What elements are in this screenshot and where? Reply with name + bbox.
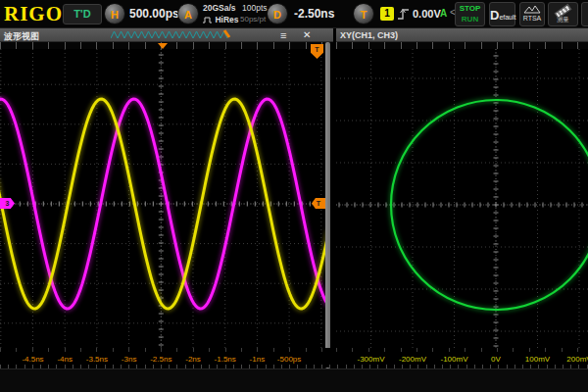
xy-view-header: XY(CH1, CH3): [336, 28, 588, 42]
run-label: RUN: [456, 15, 484, 24]
panel-menu-icon[interactable]: ≡: [280, 29, 286, 41]
square-wave-icon: [203, 17, 213, 24]
xy-view-title: XY(CH1, CH3): [340, 30, 398, 40]
stop-label: STOP: [456, 3, 484, 15]
axis-label: 100mV: [525, 355, 550, 364]
horizontal-knob-button[interactable]: H: [104, 3, 125, 24]
axis-label: -300mV: [357, 355, 384, 364]
rtsa-button[interactable]: RTSA: [519, 2, 545, 26]
axis-label: -3ns: [122, 355, 137, 364]
waveform-preview-strip[interactable]: [111, 29, 232, 41]
axis-label: 0V: [491, 355, 501, 364]
waveform-view-header: 波形视图 ≡ ✕: [0, 28, 333, 42]
xy-top-ruler: [336, 42, 588, 49]
trigger-level-value[interactable]: 0.00V: [413, 8, 441, 20]
partial-toolbar-button[interactable]: [581, 2, 588, 26]
axis-label: -100mV: [440, 355, 467, 364]
spectrum-icon: [523, 5, 541, 14]
trigger-status-indicator: T'D: [63, 4, 102, 24]
trigger-knob-button[interactable]: T: [353, 3, 374, 24]
horizontal-scale-value[interactable]: 500.00ps/: [129, 7, 182, 21]
trigger-source-badge[interactable]: 1: [380, 7, 394, 21]
measure-button[interactable]: 测量: [548, 2, 578, 26]
axis-label: -200mV: [399, 355, 426, 364]
trigger-sweep-mode: A: [440, 8, 447, 19]
axis-label: 200mV: [566, 355, 588, 364]
xy-plot[interactable]: [336, 49, 588, 348]
time-domain-plot[interactable]: [0, 49, 326, 348]
vertical-scrollbar[interactable]: [325, 42, 330, 368]
oscilloscope-screen: RIGOL T'D H 500.00ps/ A 20GSa/s HiRes 10…: [0, 0, 588, 392]
top-status-bar: RIGOL T'D H 500.00ps/ A 20GSa/s HiRes 10…: [0, 0, 588, 28]
stop-run-button[interactable]: STOP RUN: [455, 2, 485, 26]
delay-value[interactable]: -2.50ns: [294, 7, 334, 21]
default-setup-button[interactable]: Default: [489, 2, 515, 26]
acquire-mode-value: HiRes: [203, 15, 238, 24]
axis-label: -500ps: [277, 355, 301, 364]
acquire-knob-button[interactable]: A: [177, 3, 199, 24]
measure-label: 测量: [549, 16, 577, 24]
axis-label: -4.5ns: [22, 355, 43, 364]
resolution-value: 50ps/pt: [240, 15, 266, 24]
memory-depth-value: 100pts: [242, 3, 268, 13]
axis-label: -2ns: [185, 355, 201, 364]
channel-status-bar: ⚙ CH1 100.00mV/ CH2 200.00mV/ CH3 100.00…: [0, 368, 588, 392]
axis-label: -2.5ns: [150, 355, 172, 364]
rtsa-label: RTSA: [520, 15, 544, 22]
axis-label: -1.5ns: [215, 355, 236, 364]
axis-label: -1ns: [250, 355, 266, 364]
rising-edge-icon: [397, 7, 410, 21]
axis-label: -4ns: [57, 355, 73, 364]
panel-close-icon[interactable]: ✕: [303, 29, 311, 40]
sample-rate-value: 20GSa/s: [203, 3, 236, 13]
delay-knob-button[interactable]: D: [267, 3, 288, 24]
axis-label: -3.5ns: [86, 355, 108, 364]
